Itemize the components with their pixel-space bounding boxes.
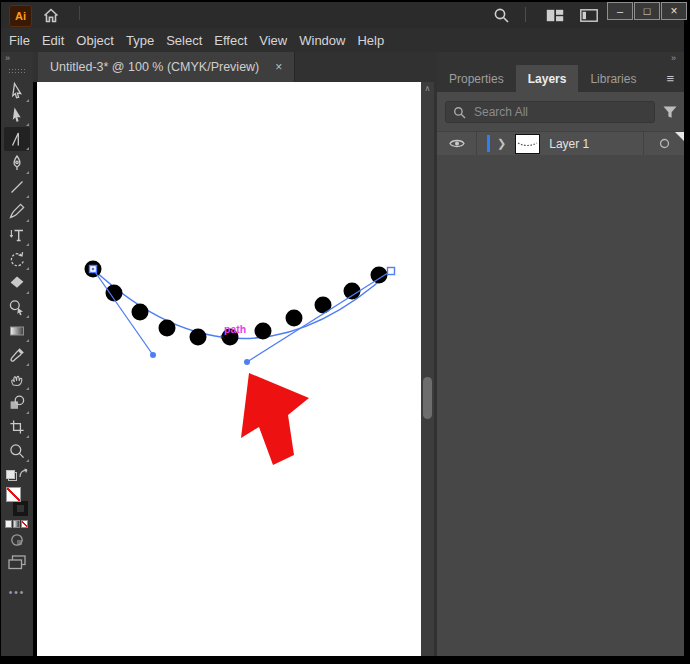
bezier-handle-endpoint[interactable]: [244, 359, 250, 365]
menu-item-object[interactable]: Object: [75, 33, 115, 48]
menu-item-help[interactable]: Help: [356, 33, 385, 48]
zoom-tool[interactable]: [4, 439, 30, 463]
panel-tab-properties[interactable]: Properties: [437, 65, 516, 92]
toolbar-expand-icon[interactable]: »: [1, 52, 33, 64]
type-tool[interactable]: [4, 223, 30, 247]
paintbrush-tool[interactable]: [4, 199, 30, 223]
menu-item-select[interactable]: Select: [165, 33, 203, 48]
edit-toolbar-button[interactable]: •••: [9, 587, 26, 598]
panel-collapse-icon[interactable]: »: [437, 52, 684, 65]
rotate-tool-icon: [8, 250, 26, 268]
menu-item-edit[interactable]: Edit: [41, 33, 65, 48]
menu-item-effect[interactable]: Effect: [213, 33, 248, 48]
direct-selection-tool[interactable]: [4, 103, 30, 127]
menu-item-window[interactable]: Window: [298, 33, 346, 48]
illustrator-logo-icon: Ai: [9, 5, 32, 27]
line-segment-tool[interactable]: [4, 175, 30, 199]
swap-fill-stroke-icon[interactable]: [18, 468, 30, 480]
scroll-up-arrow-icon[interactable]: ∧: [421, 84, 434, 93]
artboard-tool[interactable]: [4, 415, 30, 439]
layer-visibility-toggle[interactable]: [437, 132, 477, 155]
minimize-button[interactable]: –: [607, 2, 633, 20]
path-dot[interactable]: [344, 283, 361, 300]
anchor-point-tool[interactable]: [4, 127, 30, 151]
pen-tool-icon: [8, 154, 26, 172]
layer-thumbnail[interactable]: [515, 134, 540, 154]
path-dot[interactable]: [286, 310, 303, 327]
bezier-handle-endpoint[interactable]: [150, 352, 156, 358]
screen-mode-button[interactable]: [4, 551, 30, 573]
search-icon: [453, 106, 466, 119]
shape-builder-tool[interactable]: [4, 295, 30, 319]
path-dot[interactable]: [190, 329, 207, 346]
titlebar-divider-2: [525, 7, 526, 22]
filter-funnel-icon[interactable]: [662, 104, 678, 120]
draw-normal-icon: [9, 532, 25, 548]
hand-tool[interactable]: [4, 367, 30, 391]
menu-bar: FileEditObjectTypeSelectEffectViewWindow…: [1, 28, 684, 52]
layers-panel-empty-area: [437, 155, 684, 656]
menu-item-view[interactable]: View: [258, 33, 288, 48]
gradient-button[interactable]: [13, 520, 20, 528]
artboard-canvas[interactable]: ×path: [37, 82, 421, 656]
layer-selection-indicator: [487, 135, 490, 152]
default-fill-stroke-icon[interactable]: [5, 469, 17, 481]
blend-tool[interactable]: [4, 391, 30, 415]
app-search-button[interactable]: [491, 6, 511, 24]
anchor-point-center-mark: [92, 268, 94, 270]
workspace-switcher-button[interactable]: [579, 8, 599, 22]
selection-tool-icon: [8, 82, 26, 100]
gradient-tool[interactable]: [4, 319, 30, 343]
layer-selected-corner-indicator: [675, 132, 684, 141]
eyedropper-tool[interactable]: [4, 343, 30, 367]
home-icon: [43, 8, 59, 23]
close-button[interactable]: ×: [661, 2, 687, 20]
blend-tool-icon: [8, 394, 26, 412]
panel-tab-bar: PropertiesLayersLibraries≡: [437, 65, 684, 92]
menu-item-type[interactable]: Type: [125, 33, 155, 48]
scrollbar-thumb[interactable]: [423, 377, 432, 419]
panel-tab-layers[interactable]: Layers: [516, 65, 579, 92]
document-tab[interactable]: Untitled-3* @ 100 % (CMYK/Preview) ×: [38, 52, 295, 82]
menu-item-file[interactable]: File: [8, 33, 31, 48]
anchor-point[interactable]: [388, 268, 395, 275]
direct-selection-tool-icon: [8, 106, 26, 124]
color-button[interactable]: [5, 520, 12, 528]
maximize-button[interactable]: □: [634, 2, 660, 20]
arrange-documents-button[interactable]: [545, 8, 565, 22]
drawing-modes-button[interactable]: [4, 529, 30, 551]
none-button[interactable]: [21, 520, 28, 528]
fill-stroke-controls: [4, 487, 30, 517]
pen-tool[interactable]: [4, 151, 30, 175]
toolbar-grip-handle[interactable]: [8, 68, 26, 73]
path-dot[interactable]: [159, 320, 176, 337]
home-button[interactable]: [41, 6, 61, 24]
stroke-swatch[interactable]: [13, 501, 28, 516]
layer-expand-chevron-icon[interactable]: ❯: [497, 137, 506, 150]
path-tooltip-label: path: [224, 323, 246, 335]
layer-thumbnail-path-preview: [516, 135, 539, 153]
artwork-layer[interactable]: ×path: [37, 82, 421, 656]
path-dot[interactable]: [255, 323, 272, 340]
vertical-scrollbar[interactable]: ∧: [421, 82, 434, 656]
target-circle-icon: [659, 138, 670, 149]
line-segment-tool-icon: [8, 178, 26, 196]
gradient-tool-icon: [8, 322, 26, 340]
panel-menu-icon[interactable]: ≡: [656, 65, 684, 92]
document-tab-close-icon[interactable]: ×: [275, 60, 282, 74]
layers-search-box[interactable]: [445, 101, 655, 123]
layer-name-label[interactable]: Layer 1: [549, 137, 643, 151]
rotate-tool[interactable]: [4, 247, 30, 271]
panel-tab-libraries[interactable]: Libraries: [578, 65, 648, 92]
eraser-tool[interactable]: [4, 271, 30, 295]
eye-icon: [449, 138, 465, 149]
title-bar: Ai – □ ×: [1, 2, 684, 28]
paintbrush-tool-icon: [8, 202, 26, 220]
fill-swatch-none[interactable]: [6, 487, 21, 502]
illustrator-window: Ai – □ ×: [0, 0, 690, 664]
selection-tool[interactable]: [4, 79, 30, 103]
color-mode-strip: [5, 520, 29, 529]
layer-row[interactable]: ❯ Layer 1: [437, 131, 684, 156]
path-dot[interactable]: [132, 304, 149, 321]
layers-search-input[interactable]: [472, 104, 647, 120]
